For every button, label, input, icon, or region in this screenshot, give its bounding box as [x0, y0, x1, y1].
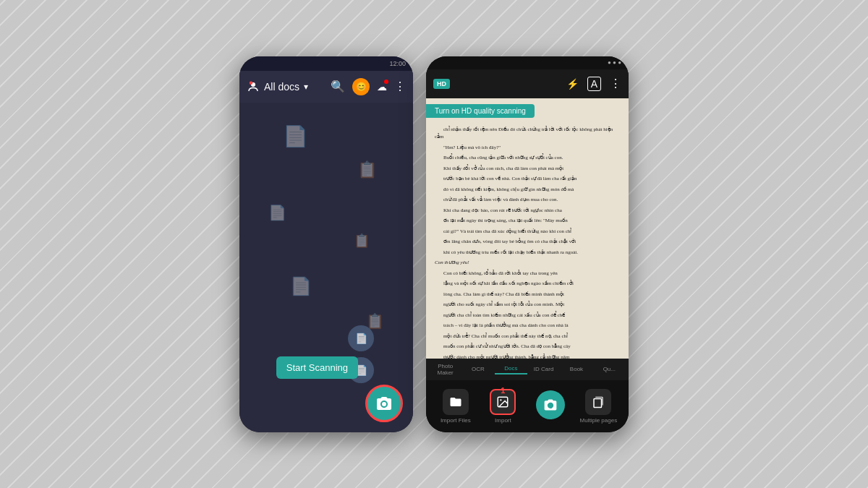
search-icon[interactable]: 🔍	[331, 80, 345, 93]
phone1-title[interactable]: All docs	[264, 81, 299, 93]
hd-badge: HD	[433, 79, 450, 89]
bottom-action-multiple-pages[interactable]: Multiple pages	[580, 389, 618, 424]
avatar-icon[interactable]: 😊	[352, 78, 370, 95]
phone2-tab-bar: Photo Maker OCR Docs ID Card Book Qu...	[426, 359, 629, 380]
upload-icon[interactable]: ☁	[377, 81, 387, 93]
svg-rect-5	[594, 398, 602, 407]
tab-book[interactable]: Book	[560, 364, 592, 374]
svg-point-2	[382, 402, 386, 406]
import-files-icon	[443, 389, 469, 415]
bottom-action-import-files[interactable]: Import Files	[438, 389, 474, 424]
phone1-top-icons: 🔍 😊 ☁ ⋮	[331, 78, 406, 95]
phone1-title-area: All docs ▾	[247, 80, 326, 93]
pages-icon	[592, 395, 605, 408]
phone-1: 12:00 All docs ▾ 🔍 😊 ☁ ⋮	[239, 56, 413, 432]
tab-id-card[interactable]: ID Card	[527, 364, 560, 374]
phone2-bottom-bar: Import Files 1 Import	[426, 380, 629, 432]
folder-icon	[449, 395, 462, 408]
phone1-content: 📄 📋 📄 📋 📄 📋 📄 📄 Start Scanning	[239, 103, 413, 432]
phone1-body: 📄 📋 📄 📋 📄 📋 📄 📄 Start Scanning	[239, 103, 413, 432]
camera-icon-bottom	[536, 390, 565, 419]
phones-container: 12:00 All docs ▾ 🔍 😊 ☁ ⋮	[239, 56, 629, 432]
bottom-action-camera[interactable]	[532, 390, 569, 421]
phone2-top-icons: ⚡ A ⋮	[566, 77, 621, 91]
phone2-top-bar: HD ⚡ A ⋮	[426, 69, 629, 98]
hd-quality-banner: Turn on HD quality scanning	[426, 104, 535, 118]
camera-icon	[375, 395, 393, 412]
doc-icon-4: 📋	[354, 233, 370, 249]
flash-icon[interactable]: ⚡	[566, 78, 579, 90]
fab-small-1[interactable]: 📄	[348, 325, 374, 351]
text-mode-icon[interactable]: A	[587, 77, 601, 91]
import-label: Import	[495, 417, 511, 424]
more-icon[interactable]: ⋮	[394, 80, 406, 93]
camera-fab[interactable]	[365, 385, 403, 422]
import-files-label: Import Files	[441, 417, 471, 424]
multiple-pages-label: Multiple pages	[580, 417, 618, 424]
user-icon	[247, 80, 260, 93]
phone1-top-bar: All docs ▾ 🔍 😊 ☁ ⋮	[239, 71, 413, 103]
tab-ocr[interactable]: OCR	[461, 364, 494, 374]
import-action-wrap: 1 Import	[485, 389, 521, 424]
tab-docs[interactable]: Docs	[495, 364, 527, 374]
phone-2: ● ● ● HD ⚡ A ⋮ Turn on HD quality scanni…	[426, 56, 629, 432]
doc-preview: Turn on HD quality scanning chỉ nhận thấ…	[426, 98, 629, 359]
doc-icon-5: 📄	[290, 276, 312, 296]
image-icon	[496, 395, 509, 408]
multiple-pages-icon	[585, 389, 611, 415]
tab-quick[interactable]: Qu...	[593, 364, 626, 374]
phone2-status-bar: ● ● ●	[426, 56, 629, 69]
svg-point-1	[250, 81, 253, 85]
camera-bottom-svg	[543, 398, 558, 412]
tab-photo-maker[interactable]: Photo Maker	[429, 361, 461, 377]
import-badge: 1	[501, 386, 505, 395]
doc-icon-3: 📄	[268, 204, 286, 221]
doc-icon-2: 📋	[357, 160, 377, 179]
svg-point-4	[501, 399, 502, 401]
doc-icon-1: 📄	[283, 124, 308, 148]
start-scanning-label: Start Scanning	[276, 356, 358, 379]
phone2-more-icon[interactable]: ⋮	[610, 77, 621, 90]
phone1-status-bar: 12:00	[239, 56, 413, 71]
dropdown-icon[interactable]: ▾	[304, 82, 308, 92]
doc-text-content: chỉ nhận thấy tồi tệm nên Điều đó chứa c…	[426, 119, 629, 359]
